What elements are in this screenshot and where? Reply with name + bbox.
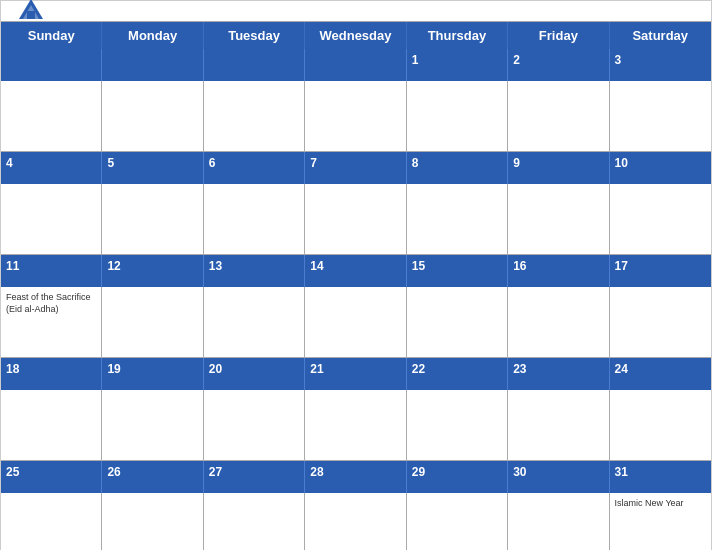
week-header-row-0: 123	[1, 49, 711, 81]
week-header-cell: 18	[1, 358, 102, 390]
day-number: 7	[310, 156, 317, 170]
svg-rect-2	[27, 11, 35, 19]
day-number: 8	[412, 156, 419, 170]
day-cell: Feast of the Sacrifice (Eid al-Adha)	[1, 287, 102, 357]
day-cell	[610, 81, 711, 151]
day-cell	[305, 390, 406, 460]
calendar: SundayMondayTuesdayWednesdayThursdayFrid…	[0, 0, 712, 550]
day-cell	[305, 184, 406, 254]
day-cell	[102, 287, 203, 357]
week-content-row-2: Feast of the Sacrifice (Eid al-Adha)	[1, 287, 711, 358]
day-number: 30	[513, 465, 526, 479]
day-number: 28	[310, 465, 323, 479]
week-header-cell: 22	[407, 358, 508, 390]
week-header-cell	[204, 49, 305, 81]
day-cell	[204, 493, 305, 550]
day-header-sunday: Sunday	[1, 22, 102, 49]
day-number: 6	[209, 156, 216, 170]
day-number: 25	[6, 465, 19, 479]
day-cell	[407, 81, 508, 151]
week-header-cell: 9	[508, 152, 609, 184]
week-header-cell: 17	[610, 255, 711, 287]
day-number: 14	[310, 259, 323, 273]
day-number: 17	[615, 259, 628, 273]
day-number: 20	[209, 362, 222, 376]
week-header-cell: 5	[102, 152, 203, 184]
week-content-row-3	[1, 390, 711, 461]
day-cell	[508, 287, 609, 357]
day-header-tuesday: Tuesday	[204, 22, 305, 49]
day-cell	[305, 81, 406, 151]
week-header-cell: 24	[610, 358, 711, 390]
week-header-cell: 13	[204, 255, 305, 287]
day-number: 1	[412, 53, 419, 67]
day-cell	[407, 287, 508, 357]
day-cell	[508, 493, 609, 550]
day-cell	[407, 493, 508, 550]
week-header-cell: 30	[508, 461, 609, 493]
week-header-cell: 11	[1, 255, 102, 287]
logo	[17, 0, 49, 25]
week-header-cell: 12	[102, 255, 203, 287]
day-cell	[204, 81, 305, 151]
day-number: 23	[513, 362, 526, 376]
week-header-cell: 27	[204, 461, 305, 493]
day-cell	[204, 184, 305, 254]
day-number: 13	[209, 259, 222, 273]
day-number: 12	[107, 259, 120, 273]
day-number: 21	[310, 362, 323, 376]
day-cell	[1, 493, 102, 550]
day-number: 29	[412, 465, 425, 479]
day-cell	[1, 184, 102, 254]
week-header-row-1: 45678910	[1, 152, 711, 184]
week-header-row-3: 18192021222324	[1, 358, 711, 390]
week-content-row-4: Islamic New Year	[1, 493, 711, 550]
day-header-wednesday: Wednesday	[305, 22, 406, 49]
week-header-cell: 26	[102, 461, 203, 493]
event-text: Feast of the Sacrifice (Eid al-Adha)	[6, 292, 96, 315]
day-cell	[305, 287, 406, 357]
day-number: 31	[615, 465, 628, 479]
day-number: 18	[6, 362, 19, 376]
logo-icon	[17, 0, 45, 25]
day-number: 26	[107, 465, 120, 479]
day-header-saturday: Saturday	[610, 22, 711, 49]
week-header-cell: 6	[204, 152, 305, 184]
day-cell	[407, 390, 508, 460]
day-number: 24	[615, 362, 628, 376]
week-content-row-1	[1, 184, 711, 255]
week-header-cell: 7	[305, 152, 406, 184]
day-number: 27	[209, 465, 222, 479]
day-cell	[102, 184, 203, 254]
day-cell	[610, 390, 711, 460]
day-number: 9	[513, 156, 520, 170]
week-header-cell: 29	[407, 461, 508, 493]
calendar-header	[1, 1, 711, 21]
week-header-cell	[305, 49, 406, 81]
week-header-cell	[1, 49, 102, 81]
week-header-cell: 25	[1, 461, 102, 493]
day-headers-row: SundayMondayTuesdayWednesdayThursdayFrid…	[1, 22, 711, 49]
week-header-cell: 20	[204, 358, 305, 390]
week-content-row-0	[1, 81, 711, 152]
day-cell	[204, 390, 305, 460]
day-number: 5	[107, 156, 114, 170]
week-header-cell: 28	[305, 461, 406, 493]
week-header-cell: 14	[305, 255, 406, 287]
day-cell	[305, 493, 406, 550]
day-number: 15	[412, 259, 425, 273]
week-header-cell: 1	[407, 49, 508, 81]
day-cell	[1, 390, 102, 460]
week-header-cell: 19	[102, 358, 203, 390]
day-cell	[204, 287, 305, 357]
day-number: 2	[513, 53, 520, 67]
event-text: Islamic New Year	[615, 498, 706, 510]
week-header-cell	[102, 49, 203, 81]
day-number: 3	[615, 53, 622, 67]
day-header-monday: Monday	[102, 22, 203, 49]
day-cell	[508, 81, 609, 151]
week-header-cell: 3	[610, 49, 711, 81]
calendar-grid: SundayMondayTuesdayWednesdayThursdayFrid…	[1, 21, 711, 550]
week-header-cell: 15	[407, 255, 508, 287]
week-header-row-4: 25262728293031	[1, 461, 711, 493]
